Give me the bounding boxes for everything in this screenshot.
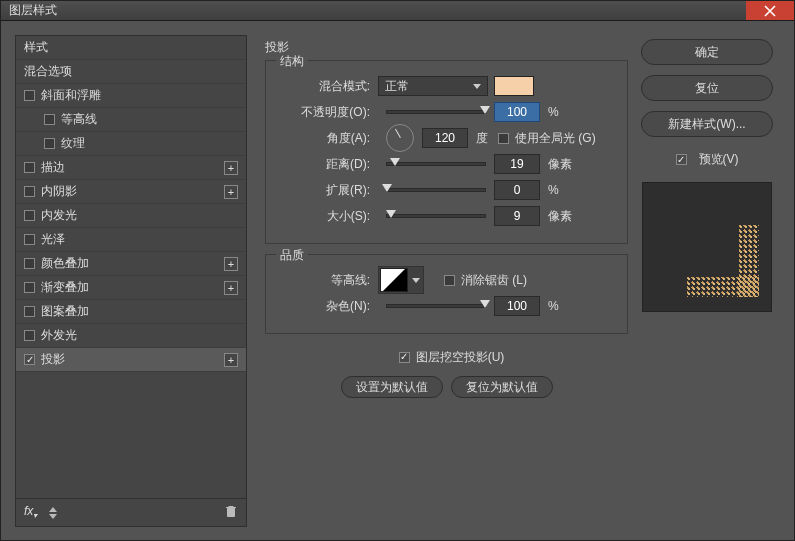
reset-default-button[interactable]: 复位为默认值 bbox=[451, 376, 553, 398]
opacity-slider[interactable] bbox=[386, 110, 486, 114]
ok-button[interactable]: 确定 bbox=[641, 39, 773, 65]
set-default-button[interactable]: 设置为默认值 bbox=[341, 376, 443, 398]
checkbox[interactable] bbox=[24, 306, 35, 317]
angle-label: 角度(A): bbox=[278, 130, 378, 147]
plus-icon[interactable] bbox=[224, 257, 238, 271]
size-unit: 像素 bbox=[548, 208, 572, 225]
size-input[interactable]: 9 bbox=[494, 206, 540, 226]
angle-dial[interactable] bbox=[386, 124, 414, 152]
distance-unit: 像素 bbox=[548, 156, 572, 173]
angle-input[interactable]: 120 bbox=[422, 128, 468, 148]
spread-label: 扩展(R): bbox=[278, 182, 378, 199]
size-slider[interactable] bbox=[386, 214, 486, 218]
structure-legend: 结构 bbox=[276, 53, 308, 70]
spread-input[interactable]: 0 bbox=[494, 180, 540, 200]
sidebar-item-drop-shadow[interactable]: 投影 bbox=[16, 348, 246, 372]
quality-legend: 品质 bbox=[276, 247, 308, 264]
sidebar-item-bevel[interactable]: 斜面和浮雕 bbox=[16, 84, 246, 108]
sidebar-item-satin[interactable]: 光泽 bbox=[16, 228, 246, 252]
checkbox[interactable] bbox=[498, 133, 509, 144]
sidebar-styles-header[interactable]: 样式 bbox=[16, 36, 246, 60]
fx-menu[interactable]: fx▾ bbox=[24, 504, 37, 520]
checkbox[interactable] bbox=[44, 138, 55, 149]
settings-panel: 投影 结构 混合模式: 正常 不透明度(O): 100 % 角度(A): bbox=[251, 29, 638, 533]
checkbox[interactable] bbox=[24, 258, 35, 269]
contour-picker[interactable] bbox=[378, 266, 424, 294]
style-sidebar: 样式 混合选项 斜面和浮雕 等高线 纹理 描边 内阴影 内发光 光泽 颜色叠加 … bbox=[15, 35, 247, 527]
global-light-checkbox[interactable]: 使用全局光 (G) bbox=[498, 130, 596, 147]
checkbox[interactable] bbox=[24, 162, 35, 173]
checkbox[interactable] bbox=[24, 354, 35, 365]
chevron-down-icon[interactable] bbox=[410, 278, 422, 283]
opacity-input[interactable]: 100 bbox=[494, 102, 540, 122]
noise-label: 杂色(N): bbox=[278, 298, 378, 315]
sidebar-item-outer-glow[interactable]: 外发光 bbox=[16, 324, 246, 348]
titlebar[interactable]: 图层样式 bbox=[1, 1, 794, 21]
window-title: 图层样式 bbox=[9, 2, 57, 19]
close-button[interactable] bbox=[746, 1, 794, 20]
plus-icon[interactable] bbox=[224, 161, 238, 175]
distance-input[interactable]: 19 bbox=[494, 154, 540, 174]
sidebar-item-inner-shadow[interactable]: 内阴影 bbox=[16, 180, 246, 204]
right-column: 确定 复位 新建样式(W)... 预览(V) bbox=[638, 29, 786, 533]
checkbox[interactable] bbox=[44, 114, 55, 125]
quality-fieldset: 品质 等高线: 消除锯齿 (L) 杂色(N): 100 % bbox=[265, 254, 628, 334]
cancel-button[interactable]: 复位 bbox=[641, 75, 773, 101]
sidebar-item-texture[interactable]: 纹理 bbox=[16, 132, 246, 156]
sidebar-blend-header[interactable]: 混合选项 bbox=[16, 60, 246, 84]
trash-button[interactable] bbox=[224, 504, 238, 521]
noise-unit: % bbox=[548, 299, 559, 313]
close-icon bbox=[764, 5, 776, 17]
new-style-button[interactable]: 新建样式(W)... bbox=[641, 111, 773, 137]
sidebar-item-gradient-overlay[interactable]: 渐变叠加 bbox=[16, 276, 246, 300]
layer-style-dialog: 图层样式 样式 混合选项 斜面和浮雕 等高线 纹理 描边 内阴影 内发光 光泽 … bbox=[0, 0, 795, 541]
sidebar-item-color-overlay[interactable]: 颜色叠加 bbox=[16, 252, 246, 276]
trash-icon bbox=[224, 504, 238, 518]
sidebar-item-inner-glow[interactable]: 内发光 bbox=[16, 204, 246, 228]
structure-fieldset: 结构 混合模式: 正常 不透明度(O): 100 % 角度(A): 120 度 bbox=[265, 60, 628, 244]
checkbox[interactable] bbox=[24, 234, 35, 245]
checkbox[interactable] bbox=[676, 154, 687, 165]
arrow-down-icon[interactable] bbox=[49, 514, 57, 519]
angle-unit: 度 bbox=[476, 130, 488, 147]
spread-slider[interactable] bbox=[386, 188, 486, 192]
plus-icon[interactable] bbox=[224, 185, 238, 199]
preview-checkbox[interactable]: 预览(V) bbox=[676, 151, 739, 168]
knockout-checkbox[interactable]: 图层挖空投影(U) bbox=[399, 349, 505, 366]
sidebar-item-stroke[interactable]: 描边 bbox=[16, 156, 246, 180]
size-label: 大小(S): bbox=[278, 208, 378, 225]
checkbox[interactable] bbox=[444, 275, 455, 286]
sidebar-item-pattern-overlay[interactable]: 图案叠加 bbox=[16, 300, 246, 324]
arrow-up-icon[interactable] bbox=[49, 507, 57, 512]
plus-icon[interactable] bbox=[224, 281, 238, 295]
sidebar-item-contour[interactable]: 等高线 bbox=[16, 108, 246, 132]
checkbox[interactable] bbox=[24, 330, 35, 341]
distance-label: 距离(D): bbox=[278, 156, 378, 173]
noise-slider[interactable] bbox=[386, 304, 486, 308]
checkbox[interactable] bbox=[24, 282, 35, 293]
panel-title: 投影 bbox=[265, 39, 628, 56]
checkbox[interactable] bbox=[24, 186, 35, 197]
noise-input[interactable]: 100 bbox=[494, 296, 540, 316]
checkbox[interactable] bbox=[24, 90, 35, 101]
blend-mode-label: 混合模式: bbox=[278, 78, 378, 95]
opacity-unit: % bbox=[548, 105, 559, 119]
contour-label: 等高线: bbox=[278, 272, 378, 289]
plus-icon[interactable] bbox=[224, 353, 238, 367]
checkbox[interactable] bbox=[24, 210, 35, 221]
preview-thumbnail bbox=[642, 182, 772, 312]
shadow-color-swatch[interactable] bbox=[494, 76, 534, 96]
spread-unit: % bbox=[548, 183, 559, 197]
antialias-checkbox[interactable]: 消除锯齿 (L) bbox=[444, 272, 527, 289]
contour-thumbnail bbox=[380, 268, 408, 292]
checkbox[interactable] bbox=[399, 352, 410, 363]
reorder-buttons[interactable] bbox=[49, 507, 57, 519]
distance-slider[interactable] bbox=[386, 162, 486, 166]
opacity-label: 不透明度(O): bbox=[278, 104, 378, 121]
blend-mode-select[interactable]: 正常 bbox=[378, 76, 488, 96]
sidebar-footer: fx▾ bbox=[16, 498, 246, 526]
